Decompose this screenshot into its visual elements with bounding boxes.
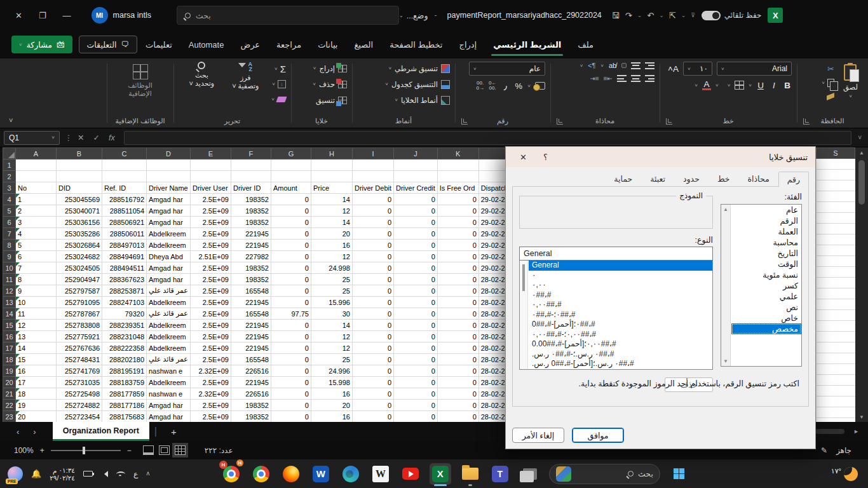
cell-B20[interactable]: 252731035 xyxy=(57,377,102,388)
cell-K11[interactable]: 0 xyxy=(437,274,478,285)
quick-access-chevron-icon[interactable]: ⊽ xyxy=(691,12,695,18)
cell-F7[interactable]: 221945 xyxy=(231,228,271,240)
ink-pen-icon[interactable]: ✎ xyxy=(821,446,827,455)
cell-D7[interactable]: Abdelkreem xyxy=(147,228,191,240)
cell-A23[interactable]: 20 xyxy=(16,411,57,423)
format-cells-button[interactable]: تنسيق xyxy=(316,93,347,107)
chevron-down-icon[interactable]: ⌄ xyxy=(659,12,664,18)
type-option-11[interactable]: #،##٠,٠٠ ر.س.؛-#،##٠,٠٠ ر.س. xyxy=(529,369,712,370)
copilot-icon[interactable]: PRE xyxy=(8,466,23,482)
cell-F20[interactable]: 221945 xyxy=(231,377,271,388)
cell-E20[interactable]: 2.5E+09 xyxy=(190,377,231,388)
cell-B19[interactable]: 252741769 xyxy=(57,365,102,377)
ribbon-tab-3[interactable]: تخطيط الصفحة xyxy=(381,30,451,58)
cell-C23[interactable]: 288175683 xyxy=(102,411,147,423)
cell-B3[interactable]: DID xyxy=(57,182,102,194)
cell-I10[interactable]: 0 xyxy=(352,262,393,274)
decrease-indent-icon[interactable]: ≡⇥ xyxy=(590,75,599,82)
cell-B12[interactable]: 252797587 xyxy=(57,285,102,297)
zoom-out-icon[interactable]: − xyxy=(127,446,132,455)
chevron-down-icon[interactable]: ˅ xyxy=(580,63,583,69)
align-right-icon[interactable] xyxy=(645,75,654,82)
cell-K12[interactable]: 0 xyxy=(437,285,478,297)
cell-A22[interactable]: 19 xyxy=(16,400,57,411)
category-scrollbar[interactable]: ▲ ▼ xyxy=(721,205,731,366)
zoom-in-icon[interactable]: + xyxy=(40,446,44,455)
cell-K20[interactable]: 0 xyxy=(437,377,478,388)
cell-H20[interactable]: 15.998 xyxy=(311,377,352,388)
cell-J4[interactable]: 0 xyxy=(394,194,438,205)
account-name[interactable]: marsa intls xyxy=(113,11,151,20)
cell-I6[interactable]: 0 xyxy=(352,217,393,228)
cell-B21[interactable]: 252725498 xyxy=(57,388,102,400)
type-input[interactable]: General xyxy=(519,247,713,261)
cell-J6[interactable]: 0 xyxy=(394,217,438,228)
scroll-down-icon[interactable]: ▼ xyxy=(859,412,864,422)
category-listbox[interactable]: عامالرقمالعملةمحاسبةالتاريخالوقتنسبة مئو… xyxy=(721,204,802,367)
cell-J3[interactable]: Driver Credit xyxy=(394,182,438,194)
dialog-tab-5[interactable]: حماية xyxy=(605,171,641,186)
cell-K23[interactable]: 0 xyxy=(437,411,478,423)
cell-K7[interactable]: 0 xyxy=(437,228,478,240)
cell-H6[interactable]: 14 xyxy=(311,217,352,228)
row-header-14[interactable]: 14 xyxy=(3,308,16,320)
row-header-22[interactable]: 22 xyxy=(3,400,16,411)
chevron-down-icon[interactable]: ⌄ xyxy=(637,12,642,18)
cell-E6[interactable]: 2.5E+09 xyxy=(190,217,231,228)
row-header-12[interactable]: 12 xyxy=(3,285,16,297)
font-color-icon[interactable]: A xyxy=(702,80,711,90)
share-button[interactable]: 🖄 مشاركة ˅ xyxy=(11,36,72,53)
font-name-combobox[interactable]: ˅ Arial xyxy=(717,62,792,76)
percent-style-icon[interactable]: % xyxy=(514,81,523,91)
cell-H7[interactable]: 20 xyxy=(311,228,352,240)
cell-G3[interactable]: Amount xyxy=(271,182,311,194)
cell-J11[interactable]: 0 xyxy=(394,274,438,285)
taskbar-search-input[interactable]: بحث xyxy=(549,464,660,484)
cell-B2[interactable] xyxy=(57,171,102,182)
font-dialog-launcher-icon[interactable] xyxy=(666,118,672,125)
cell-A7[interactable]: 4 xyxy=(16,228,57,240)
category-option-6[interactable]: نسبة مئوية xyxy=(731,269,801,280)
name-box[interactable]: Q1 ˅ xyxy=(4,131,60,145)
cell-F4[interactable]: 198352 xyxy=(231,194,271,205)
zoom-slider-thumb[interactable] xyxy=(83,447,85,454)
cell-K15[interactable]: 0 xyxy=(437,320,478,331)
cell-G12[interactable]: 0 xyxy=(271,285,311,297)
cell-G23[interactable]: 0 xyxy=(271,411,311,423)
cell-G9[interactable]: 0 xyxy=(271,251,311,262)
cell-E21[interactable]: 2.32E+09 xyxy=(190,388,231,400)
column-header-C[interactable]: C xyxy=(102,148,147,159)
borders-icon[interactable] xyxy=(735,81,744,90)
align-center-icon[interactable] xyxy=(631,75,641,82)
redo-icon[interactable]: ↷ xyxy=(625,11,632,20)
row-header-9[interactable]: 9 xyxy=(3,251,16,262)
vertical-scrollbar[interactable]: ▲ ▼ xyxy=(855,147,868,422)
cell-I20[interactable]: 0 xyxy=(352,377,393,388)
formula-input[interactable] xyxy=(124,131,851,145)
chevron-down-icon[interactable]: ˅ xyxy=(695,83,698,88)
type-option-4[interactable]: #،##٠,٠٠ xyxy=(529,300,712,310)
cell-D16[interactable]: Abdelkreem xyxy=(147,331,191,342)
type-option-7[interactable]: #،##٠,٠٠؛-#،##٠,٠٠ xyxy=(529,330,712,340)
cell-A16[interactable]: 13 xyxy=(16,331,57,342)
cell-I9[interactable]: 0 xyxy=(352,251,393,262)
volume-icon[interactable] xyxy=(101,471,108,477)
chevron-down-icon[interactable]: ˅ xyxy=(749,83,752,88)
type-listbox[interactable]: General٠٠,٠٠#،##٠#،##٠,٠٠#،##٠؛-#،##٠#،#… xyxy=(519,261,713,370)
enter-entry-icon[interactable]: ✓ xyxy=(93,133,99,142)
zoom-level[interactable]: 100% xyxy=(14,446,34,455)
cell-I12[interactable]: 0 xyxy=(352,285,393,297)
cell-K2[interactable] xyxy=(437,171,478,182)
dialog-tab-0[interactable]: رقم xyxy=(778,172,809,187)
cell-E11[interactable]: 2.5E+09 xyxy=(190,274,231,285)
column-header-s[interactable]: S xyxy=(816,147,855,159)
cell-J16[interactable]: 0 xyxy=(394,331,438,342)
cell-K17[interactable]: 0 xyxy=(437,342,478,354)
cell-C12[interactable]: 288253871 xyxy=(102,285,147,297)
cell-A9[interactable]: 6 xyxy=(16,251,57,262)
alignment-dialog-launcher-icon[interactable] xyxy=(557,118,563,125)
cell-K10[interactable]: 0 xyxy=(437,262,478,274)
cell-F17[interactable]: 221945 xyxy=(231,342,271,354)
collapse-ribbon-icon[interactable]: ˅ xyxy=(9,116,13,124)
cell-G14[interactable]: 97.75 xyxy=(271,308,311,320)
